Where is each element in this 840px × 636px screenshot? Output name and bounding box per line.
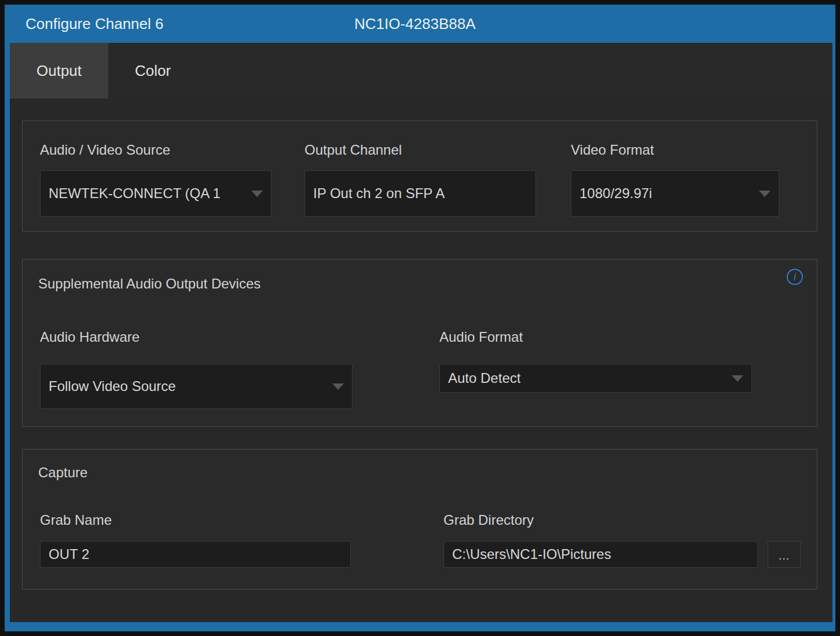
audio-hardware-dropdown[interactable]: Follow Video Source	[40, 364, 353, 409]
tab-output[interactable]: Output	[10, 43, 108, 98]
titlebar: Configure Channel 6 NC1IO-4283B88A	[10, 5, 832, 43]
capture-panel: Capture Grab Name Grab Directory ...	[22, 449, 817, 590]
audio-format-label: Audio Format	[439, 329, 523, 345]
source-panel: Audio / Video Source NEWTEK-CONNECT (QA …	[22, 120, 817, 232]
browse-button[interactable]: ...	[768, 541, 801, 568]
tab-color[interactable]: Color	[108, 43, 197, 98]
chevron-down-icon	[759, 191, 771, 197]
output-channel-value: IP Out ch 2 on SFP A	[313, 185, 445, 202]
tab-output-label: Output	[36, 62, 82, 80]
capture-panel-title: Capture	[38, 465, 87, 481]
tab-color-label: Color	[135, 62, 171, 80]
audio-format-dropdown[interactable]: Auto Detect	[439, 364, 752, 393]
content-area: Audio / Video Source NEWTEK-CONNECT (QA …	[10, 120, 832, 590]
chevron-down-icon	[732, 375, 743, 382]
av-source-value: NEWTEK-CONNECT (QA 1	[49, 185, 221, 202]
audio-format-value: Auto Detect	[448, 370, 520, 386]
supplemental-audio-panel: Supplemental Audio Output Devices i Audi…	[22, 259, 817, 427]
info-icon-glyph: i	[794, 271, 796, 283]
tab-bar: Output Color	[10, 43, 832, 98]
browse-button-label: ...	[779, 549, 790, 562]
window-title: Configure Channel 6	[25, 15, 164, 33]
window-frame: Configure Channel 6 NC1IO-4283B88A Outpu…	[0, 0, 840, 636]
grab-name-label: Grab Name	[40, 512, 112, 528]
chevron-down-icon	[332, 383, 344, 390]
grab-directory-input[interactable]	[443, 541, 758, 568]
video-format-dropdown[interactable]: 1080/29.97i	[571, 170, 779, 217]
chevron-down-icon	[251, 191, 263, 197]
audio-hardware-label: Audio Hardware	[40, 329, 140, 345]
configure-channel-window: Configure Channel 6 NC1IO-4283B88A Outpu…	[5, 5, 835, 631]
device-id: NC1IO-4283B88A	[354, 5, 476, 43]
video-format-value: 1080/29.97i	[579, 185, 652, 202]
av-source-dropdown[interactable]: NEWTEK-CONNECT (QA 1	[40, 170, 272, 217]
av-source-label: Audio / Video Source	[40, 142, 170, 158]
output-channel-label: Output Channel	[305, 142, 402, 158]
video-format-label: Video Format	[571, 142, 654, 158]
audio-hardware-value: Follow Video Source	[49, 378, 176, 394]
grab-name-input[interactable]	[40, 541, 351, 568]
supplemental-panel-title: Supplemental Audio Output Devices	[38, 276, 261, 292]
grab-directory-label: Grab Directory	[443, 512, 534, 528]
output-channel-field[interactable]: IP Out ch 2 on SFP A	[305, 170, 536, 217]
info-icon[interactable]: i	[787, 269, 803, 285]
